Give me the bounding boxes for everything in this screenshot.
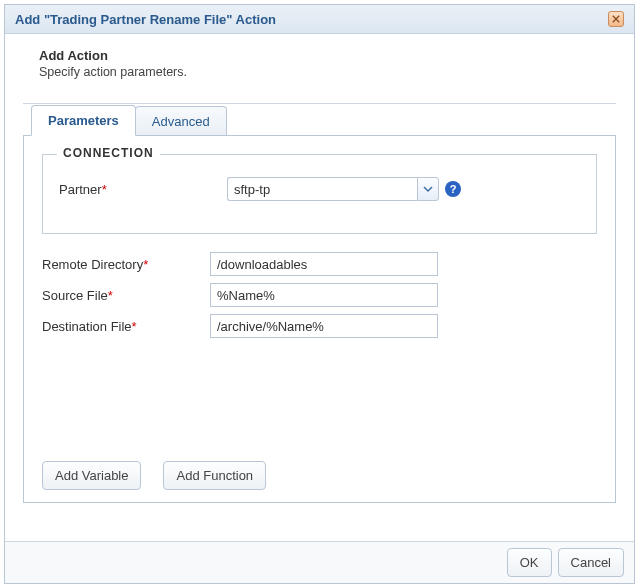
tab-panel: CONNECTION Partner* [23,135,616,503]
panel-button-bar: Add Variable Add Function [42,461,266,490]
required-marker: * [108,288,113,303]
remote-dir-input[interactable] [210,252,438,276]
tab-container: Parameters Advanced CONNECTION Partner* [23,104,616,503]
connection-fieldset: CONNECTION Partner* [42,154,597,234]
partner-input[interactable] [227,177,417,201]
dialog-body: Add Action Specify action parameters. Pa… [5,34,634,541]
help-icon[interactable]: ? [445,181,461,197]
header-block: Add Action Specify action parameters. [39,48,616,79]
dialog: Add "Trading Partner Rename File" Action… [4,4,635,584]
header-subtitle: Specify action parameters. [39,65,616,79]
dialog-footer: OK Cancel [5,541,634,583]
source-file-row: Source File* [42,283,597,307]
dialog-title: Add "Trading Partner Rename File" Action [15,12,276,27]
source-file-label-text: Source File [42,288,108,303]
chevron-down-icon [423,184,433,194]
partner-row: Partner* ? [59,177,580,201]
partner-dropdown-button[interactable] [417,177,439,201]
tab-strip: Parameters Advanced [31,105,616,136]
required-marker: * [143,257,148,272]
remote-dir-label: Remote Directory* [42,257,210,272]
tab-parameters[interactable]: Parameters [31,105,136,136]
close-button[interactable] [608,11,624,27]
cancel-button[interactable]: Cancel [558,548,624,577]
add-function-button[interactable]: Add Function [163,461,266,490]
remote-dir-label-text: Remote Directory [42,257,143,272]
ok-button[interactable]: OK [507,548,552,577]
add-variable-button[interactable]: Add Variable [42,461,141,490]
remote-dir-row: Remote Directory* [42,252,597,276]
connection-legend: CONNECTION [57,146,160,160]
dest-file-row: Destination File* [42,314,597,338]
partner-label: Partner* [59,182,227,197]
tab-advanced[interactable]: Advanced [135,106,227,136]
source-file-input[interactable] [210,283,438,307]
partner-label-text: Partner [59,182,102,197]
required-marker: * [132,319,137,334]
source-file-label: Source File* [42,288,210,303]
partner-combo[interactable] [227,177,439,201]
dest-file-input[interactable] [210,314,438,338]
required-marker: * [102,182,107,197]
dest-file-label-text: Destination File [42,319,132,334]
dest-file-label: Destination File* [42,319,210,334]
close-icon [612,15,620,23]
title-bar: Add "Trading Partner Rename File" Action [5,5,634,34]
header-title: Add Action [39,48,616,63]
